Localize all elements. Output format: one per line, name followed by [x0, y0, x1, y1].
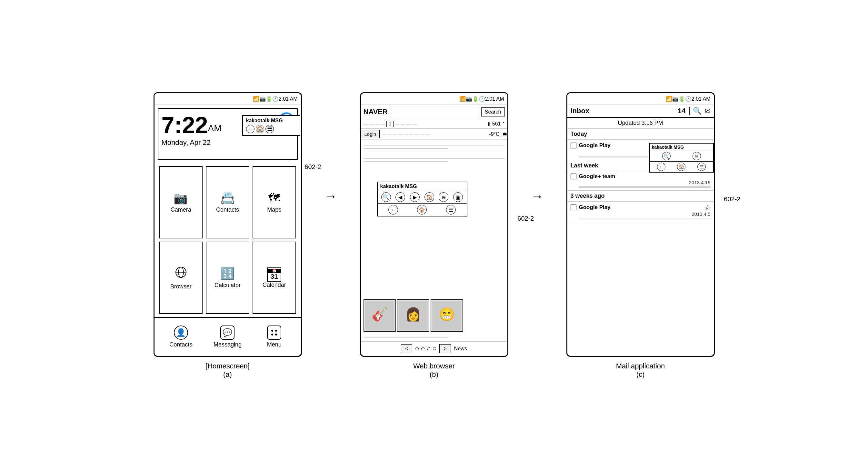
search-icon[interactable]: 🔍: [693, 107, 702, 115]
screen-b-wrapper: 📶📷🔋🕐 2:01 AM NAVER Search — — — —: [360, 92, 508, 379]
mail-dash-2b: [579, 187, 711, 188]
caption-sub-c: (c): [637, 370, 645, 379]
url-input[interactable]: [391, 107, 479, 117]
popup-c-toolbar2: ← 🏠 ☰: [650, 161, 713, 172]
dock-messaging-icon: 💬: [220, 325, 235, 340]
screen-c-wrapper: 📶📷🔋🕐 2:01 AM Inbox 14 🔍 ✉ Updated: [566, 92, 715, 379]
mail-count: 14: [678, 107, 689, 115]
tb-home-icon[interactable]: 🏠: [256, 125, 264, 133]
dock-menu-icon: [267, 325, 281, 340]
status-time-b: 2:01 AM: [485, 96, 504, 102]
main-container: 📶📷🔋🕐 2:01 AM 7:22AM Monday, Apr 22 ☁️🌀: [13, 92, 855, 379]
calculator-label: Calculator: [215, 282, 241, 289]
dock-messaging[interactable]: 💬 Messaging: [206, 321, 249, 353]
mail-title: Inbox: [570, 107, 678, 115]
widget-area: 7:22AM Monday, Apr 22 ☁️🌀 kakaotalk MSG …: [158, 108, 298, 160]
content-lines: [364, 142, 505, 155]
label-602-c: 602-2: [724, 195, 740, 203]
line4: [364, 158, 505, 159]
browser-toolbar: — — — — 2 — — — — ⬆ 561 ˅: [361, 119, 507, 129]
caption-a: [Homescreen] (a): [206, 362, 250, 379]
calendar-label: Calendar: [262, 282, 286, 288]
mail-header: Inbox 14 🔍 ✉: [567, 105, 714, 118]
mail-dash-3b: [579, 219, 711, 219]
tb-back-icon[interactable]: ◀: [396, 192, 405, 202]
screen-a-wrapper: 📶📷🔋🕐 2:01 AM 7:22AM Monday, Apr 22 ☁️🌀: [154, 92, 302, 379]
dock-menu-label: Menu: [267, 341, 282, 348]
tb-home2-icon[interactable]: 🏠: [417, 205, 427, 215]
app-icon-calendar[interactable]: 📅 31 Calendar: [253, 242, 296, 314]
tb-back-icon[interactable]: ←: [246, 125, 254, 133]
camera-icon: 📷: [174, 191, 188, 205]
chevron-down-icon[interactable]: ˅: [502, 121, 505, 127]
svg-point-3: [271, 330, 273, 332]
screens-row: 📶📷🔋🕐 2:01 AM 7:22AM Monday, Apr 22 ☁️🌀: [13, 92, 855, 379]
temp-display: -9°C: [489, 131, 499, 137]
tc-menu-icon[interactable]: ☰: [698, 163, 706, 171]
tc-mail-icon[interactable]: ✉: [692, 152, 701, 160]
arrow-ab: →: [321, 189, 341, 203]
section-today: Today: [567, 129, 714, 140]
status-icons-b: 📶📷🔋🕐: [459, 96, 485, 102]
naver-brand: NAVER: [364, 108, 388, 116]
tb-menu-icon[interactable]: ☰: [266, 125, 274, 133]
sender-3: Google Play: [579, 204, 702, 211]
kakaotalk-popup-c: kakaotalk MSG 🔍 ✉ ← 🏠 ☰: [649, 143, 714, 172]
phone-frame-b: 📶📷🔋🕐 2:01 AM NAVER Search — — — —: [360, 92, 508, 357]
tb-menu-icon[interactable]: ☰: [446, 205, 456, 215]
login-button[interactable]: Login: [361, 130, 380, 138]
app-icon-camera[interactable]: 📷 Camera: [159, 166, 203, 239]
tb-add-icon[interactable]: ⊕: [439, 192, 448, 202]
nav-dots: [415, 347, 436, 350]
prev-button[interactable]: <: [401, 344, 412, 353]
mail-item-row-3: Google Play ☆: [570, 203, 711, 211]
status-time-a: 2:01 AM: [279, 96, 298, 102]
status-bar-b: 📶📷🔋🕐 2:01 AM: [361, 93, 507, 105]
browser-label: Browser: [170, 283, 192, 290]
section-3weeks: 3 weeks ago: [567, 191, 714, 201]
tc-search-icon[interactable]: 🔍: [662, 152, 671, 160]
tb-forward-icon[interactable]: ▶: [410, 192, 420, 202]
time-display: 7:22AM Monday, Apr 22: [162, 112, 222, 147]
thumb-3: 😁: [431, 300, 463, 332]
search-button[interactable]: Search: [481, 107, 505, 117]
phone-frame-c: 📶📷🔋🕐 2:01 AM Inbox 14 🔍 ✉ Updated: [566, 92, 715, 357]
dot-3: [427, 347, 430, 350]
star-3[interactable]: ☆: [705, 203, 711, 211]
tb-search-icon[interactable]: 🔍: [381, 192, 391, 202]
dock-contacts[interactable]: 👤 Contacts: [159, 321, 203, 353]
caption-main-b: Web browser: [413, 362, 455, 370]
tb-grid-icon[interactable]: ▣: [453, 192, 463, 202]
dot-2: [421, 347, 425, 350]
checkbox-1[interactable]: [570, 143, 577, 148]
content-lines-3: [361, 334, 507, 341]
calculator-icon: 🔢: [220, 267, 235, 280]
checkbox-3[interactable]: [570, 205, 577, 210]
popup-b-toolbar2: ← 🏠 ☰: [378, 203, 467, 216]
app-icon-calculator[interactable]: 🔢 Calculator: [206, 242, 249, 314]
browser-page-content: kakaotalk MSG 🔍 ◀ ▶ 🏠 ⊕ ▣ ←: [361, 140, 507, 297]
sender-2: Google+ team: [579, 173, 711, 180]
app-icon-browser[interactable]: Browser: [159, 242, 203, 314]
contacts-icon: 📇: [220, 191, 235, 205]
tc-back-icon[interactable]: ←: [657, 163, 665, 171]
tb-home-icon[interactable]: 🏠: [425, 192, 434, 202]
browser-content: NAVER Search — — — — 2 — — — — ⬆: [361, 105, 507, 356]
next-button[interactable]: >: [439, 344, 451, 353]
status-icons-a: 📶📷🔋🕐: [253, 96, 279, 102]
line1: [364, 146, 505, 146]
app-icon-contacts[interactable]: 📇 Contacts: [206, 166, 249, 239]
login-row: Login — — — — — — — — — -9°C 🌧: [361, 129, 507, 140]
checkbox-2[interactable]: [570, 174, 577, 179]
app-icon-maps[interactable]: 🗺 Maps: [253, 166, 296, 239]
tc-home-icon[interactable]: 🏠: [677, 163, 685, 171]
mail-item-row-2: Google+ team: [570, 173, 711, 180]
caption-main-a: [Homescreen]: [206, 362, 250, 370]
svg-text:👩: 👩: [405, 307, 421, 322]
dock-menu[interactable]: Menu: [253, 321, 296, 353]
tb-back2-icon[interactable]: ←: [389, 205, 398, 215]
mail-compose-icon[interactable]: ✉: [705, 107, 711, 115]
time-big: 7:22AM: [162, 112, 222, 138]
svg-point-5: [271, 334, 273, 336]
svg-point-6: [275, 334, 277, 336]
